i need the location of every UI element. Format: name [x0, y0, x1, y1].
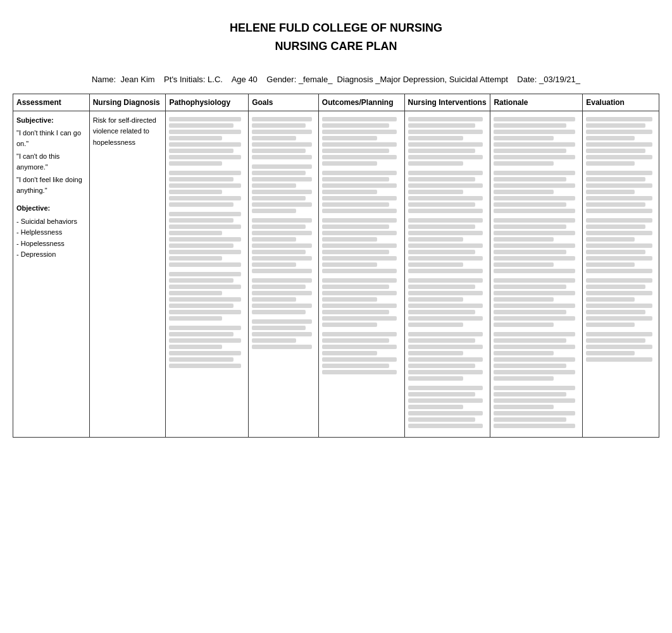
header-outcomes: Outcomes/Planning — [318, 94, 404, 111]
age-label: Age 40 — [232, 75, 258, 84]
quote-3: "I don't feel like doing anything." — [16, 175, 86, 195]
plan-title: NURSING CARE PLAN — [275, 40, 397, 52]
date-label: Date: _03/19/21_ — [517, 75, 580, 84]
evaluation-cell — [583, 111, 659, 437]
gender-label: Gender: _female_ — [266, 75, 332, 84]
patient-info-bar: Name: Jean Kim Pt's Initials: L.C. Age 4… — [13, 75, 659, 84]
header-diagnosis: Nursing Diagnosis — [89, 94, 166, 111]
objective-label: Objective: — [16, 203, 86, 214]
objective-items: - Suicidal behaviors - Helplessness - Ho… — [16, 216, 86, 261]
header-pathophysiology: Pathophysiology — [166, 94, 249, 111]
pathophysiology-cell — [166, 111, 249, 437]
initials-label: Pt's Initials: L.C. — [164, 75, 223, 84]
quote-2: "I can't do this anymore." — [16, 151, 86, 172]
diagnosis-cell: Risk for self-directed violence related … — [89, 111, 166, 437]
outcomes-cell — [318, 111, 404, 437]
college-name: HELENE FULD COLLEGE OF NURSING — [230, 22, 442, 34]
diagnosis-text: Risk for self-directed violence related … — [93, 116, 156, 146]
interventions-cell — [404, 111, 490, 437]
page-header: HELENE FULD COLLEGE OF NURSING NURSING C… — [0, 0, 672, 68]
header-goals: Goals — [249, 94, 319, 111]
header-rationale: Rationale — [490, 94, 583, 111]
goals-cell — [249, 111, 319, 437]
header-evaluation: Evaluation — [583, 94, 659, 111]
assessment-cell: Subjective: "I don't think I can go on."… — [13, 111, 90, 437]
diagnosis-label: Diagnosis _Major Depression, Suicidal At… — [337, 75, 508, 84]
rationale-cell — [490, 111, 583, 437]
name-label: Name: — [92, 75, 116, 84]
table-row: Subjective: "I don't think I can go on."… — [13, 111, 659, 437]
subjective-label: Subjective: — [16, 115, 86, 126]
header-interventions: Nursing Interventions — [404, 94, 490, 111]
patient-name: Jean Kim — [120, 75, 154, 84]
quote-1: "I don't think I can go on." — [16, 128, 86, 149]
care-plan-table: Assessment Nursing Diagnosis Pathophysio… — [13, 94, 659, 438]
header-assessment: Assessment — [13, 94, 90, 111]
